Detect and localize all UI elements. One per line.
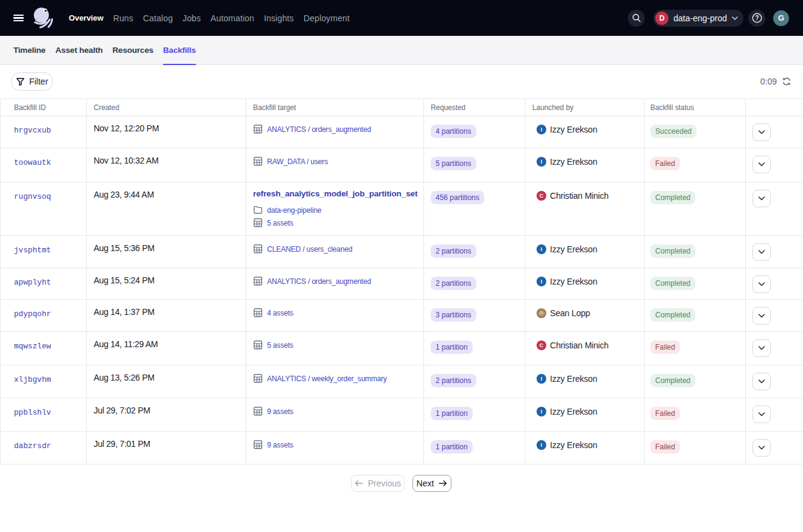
svg-text:?: ? — [755, 15, 759, 21]
